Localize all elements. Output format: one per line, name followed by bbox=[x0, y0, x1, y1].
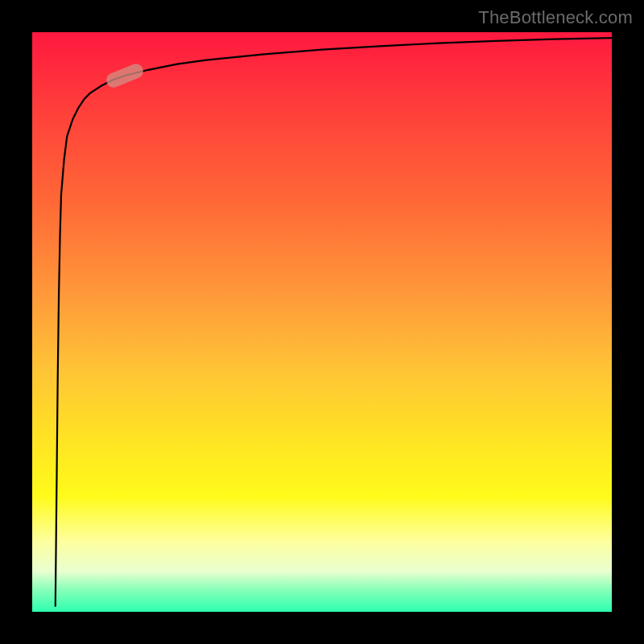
plot-area bbox=[32, 32, 612, 612]
chart-frame: TheBottleneck.com bbox=[0, 0, 644, 644]
watermark-text: TheBottleneck.com bbox=[478, 7, 633, 28]
curve-line bbox=[56, 38, 612, 606]
curve-layer bbox=[32, 32, 612, 612]
